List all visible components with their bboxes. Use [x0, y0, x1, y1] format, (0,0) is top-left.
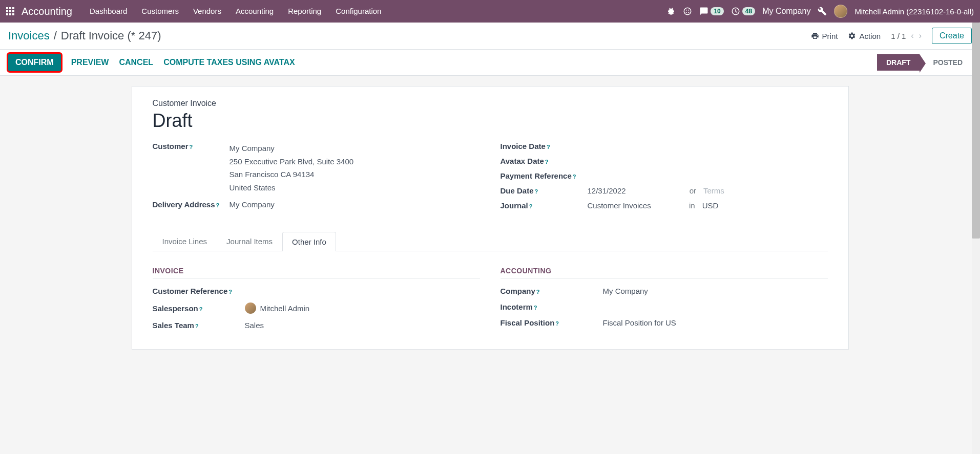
breadcrumb-current: Draft Invoice (* 247) — [61, 29, 161, 42]
support-icon[interactable] — [683, 7, 692, 16]
app-brand[interactable]: Accounting — [22, 6, 72, 17]
nav-reporting[interactable]: Reporting — [281, 0, 328, 23]
customer-ref-label: Customer Reference — [153, 287, 228, 295]
help-icon[interactable]: ? — [536, 289, 540, 295]
help-icon[interactable]: ? — [529, 203, 533, 209]
pager-text[interactable]: 1 / 1 — [891, 32, 906, 40]
form-header-row: Customer ? My Company 250 Executive Park… — [153, 142, 828, 216]
help-icon[interactable]: ? — [545, 159, 549, 165]
section-accounting-title: ACCOUNTING — [501, 267, 828, 278]
avatax-date-label: Avatax Date — [501, 157, 544, 165]
tab-journal-items[interactable]: Journal Items — [217, 231, 282, 251]
help-icon[interactable]: ? — [190, 144, 193, 150]
scrollbar[interactable] — [972, 23, 980, 452]
field-invoice-date: Invoice Date ? — [501, 142, 828, 150]
delivery-value[interactable]: My Company — [230, 200, 480, 209]
apps-icon[interactable] — [6, 7, 14, 15]
create-button[interactable]: Create — [932, 28, 972, 44]
tab-other-info[interactable]: Other Info — [282, 232, 336, 251]
due-date-label: Due Date — [501, 186, 534, 195]
nav-vendors[interactable]: Vendors — [186, 0, 228, 23]
discuss-icon[interactable]: 10 — [699, 7, 723, 16]
activity-icon[interactable]: 48 — [731, 7, 755, 16]
due-date-value[interactable]: 12/31/2022 — [588, 186, 626, 195]
pager-next-icon[interactable]: › — [919, 31, 922, 40]
nav-dashboard[interactable]: Dashboard — [82, 0, 134, 23]
help-icon[interactable]: ? — [199, 306, 203, 312]
company-switcher[interactable]: My Company — [762, 7, 810, 16]
sales-team-value[interactable]: Sales — [245, 321, 264, 330]
title-label: Customer Invoice — [153, 99, 828, 108]
statusbar-buttons: CONFIRM PREVIEW CANCEL COMPUTE TAXES USI… — [8, 54, 295, 71]
tab-invoice-lines[interactable]: Invoice Lines — [153, 231, 217, 251]
bug-icon[interactable] — [666, 7, 676, 16]
compute-taxes-button[interactable]: COMPUTE TAXES USING AVATAX — [163, 58, 295, 67]
content-area: Customer Invoice Draft Customer ? My Com… — [0, 76, 980, 452]
salesperson-avatar — [245, 302, 256, 314]
salesperson-label: Salesperson — [153, 304, 198, 313]
breadcrumb-root[interactable]: Invoices — [8, 29, 50, 42]
main-navbar: Accounting Dashboard Customers Vendors A… — [0, 0, 980, 23]
in-label: in — [689, 201, 695, 210]
nav-customers[interactable]: Customers — [134, 0, 186, 23]
help-icon[interactable]: ? — [228, 289, 232, 295]
help-icon[interactable]: ? — [216, 202, 220, 208]
cancel-button[interactable]: CANCEL — [119, 58, 153, 67]
help-icon[interactable]: ? — [555, 320, 559, 327]
activity-badge: 48 — [742, 7, 755, 15]
nav-accounting[interactable]: Accounting — [228, 0, 281, 23]
confirm-button[interactable]: CONFIRM — [8, 54, 61, 71]
help-icon[interactable]: ? — [195, 323, 199, 329]
due-date-row: 12/31/2022 or Terms — [588, 186, 828, 195]
status-tags: DRAFT POSTED — [877, 54, 972, 71]
pager: 1 / 1 ‹ › — [891, 31, 922, 40]
invoice-date-label: Invoice Date — [501, 142, 546, 150]
journal-value[interactable]: Customer Invoices — [588, 201, 651, 210]
customer-value[interactable]: My Company 250 Executive Park Blvd, Suit… — [230, 142, 480, 194]
terms-select[interactable]: Terms — [703, 186, 724, 195]
or-label: or — [690, 186, 696, 195]
journal-row: Customer Invoices in USD — [588, 201, 828, 210]
help-icon[interactable]: ? — [534, 305, 537, 311]
discuss-badge: 10 — [711, 7, 723, 15]
field-due-date: Due Date ? 12/31/2022 or Terms — [501, 186, 828, 195]
nav-configuration[interactable]: Configuration — [328, 0, 388, 23]
tools-icon[interactable] — [818, 7, 827, 16]
section-accounting: ACCOUNTING Company ? My Company Incoterm… — [501, 267, 828, 337]
company-label: Company — [501, 287, 535, 295]
breadcrumb: Invoices / Draft Invoice (* 247) — [8, 29, 161, 42]
form-sheet: Customer Invoice Draft Customer ? My Com… — [132, 86, 849, 350]
preview-button[interactable]: PREVIEW — [71, 58, 109, 67]
help-icon[interactable]: ? — [573, 174, 576, 180]
field-customer: Customer ? My Company 250 Executive Park… — [153, 142, 480, 194]
currency-value[interactable]: USD — [702, 201, 719, 210]
breadcrumb-sep: / — [54, 29, 57, 42]
incoterm-label: Incoterm — [501, 302, 533, 311]
company-value[interactable]: My Company — [603, 287, 648, 295]
form-col-right: Invoice Date ? Avatax Date ? Payment Ref… — [501, 142, 828, 216]
print-button[interactable]: Print — [811, 32, 838, 40]
status-draft[interactable]: DRAFT — [877, 54, 920, 71]
navbar-left: Accounting Dashboard Customers Vendors A… — [6, 0, 388, 23]
customer-label: Customer — [153, 142, 189, 150]
section-invoice-title: INVOICE — [153, 267, 480, 278]
help-icon[interactable]: ? — [547, 144, 550, 150]
scrollbar-thumb[interactable] — [972, 23, 980, 239]
payment-ref-label: Payment Reference — [501, 171, 572, 180]
control-panel-right: Print Action 1 / 1 ‹ › Create — [811, 28, 972, 44]
fiscal-value[interactable]: Fiscal Position for US — [603, 318, 676, 327]
form-col-left: Customer ? My Company 250 Executive Park… — [153, 142, 480, 216]
tabs: Invoice Lines Journal Items Other Info — [153, 231, 828, 251]
tab-content-other-info: INVOICE Customer Reference ? Salesperson… — [153, 251, 828, 337]
user-avatar[interactable] — [834, 5, 847, 18]
pager-prev-icon[interactable]: ‹ — [911, 31, 913, 40]
section-invoice: INVOICE Customer Reference ? Salesperson… — [153, 267, 480, 337]
status-posted[interactable]: POSTED — [920, 54, 972, 71]
action-button[interactable]: Action — [848, 32, 881, 40]
salesperson-value[interactable]: Mitchell Admin — [245, 302, 310, 314]
field-payment-ref: Payment Reference ? — [501, 171, 828, 180]
help-icon[interactable]: ? — [535, 188, 538, 194]
sales-team-label: Sales Team — [153, 321, 194, 330]
user-menu[interactable]: Mitchell Admin (22316102-16-0-all) — [854, 7, 974, 16]
navbar-right: 10 48 My Company Mitchell Admin (2231610… — [666, 5, 974, 18]
